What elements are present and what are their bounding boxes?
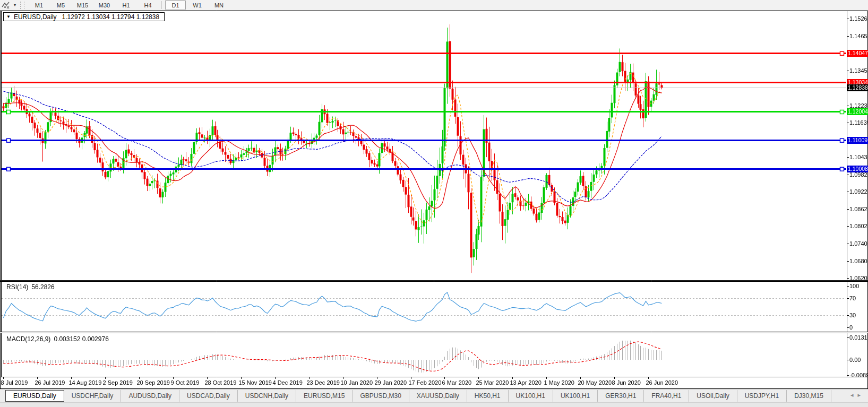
date-axis-label: 26 Jun 2020	[646, 379, 678, 386]
timeframe-button-m30[interactable]: M30	[94, 0, 115, 10]
timeframe-button-mn[interactable]: MN	[209, 0, 229, 10]
price-axis-label: 1.10435	[849, 154, 868, 160]
date-axis-label: 29 Jan 2020	[375, 379, 407, 386]
timeframe-group-divider	[161, 1, 162, 9]
chart-tab-ger30-h1[interactable]: GER30,H1	[598, 390, 644, 402]
toolbar-grip[interactable]	[20, 2, 25, 9]
chart-cursor-icon[interactable]	[0, 1, 12, 10]
timeframe-button-d1[interactable]: D1	[165, 0, 186, 10]
macd-pane-header: MACD(12,26,9)0.003152 0.002976	[6, 335, 112, 343]
date-axis-label: 4 Dec 2019	[273, 379, 303, 386]
macd-axis-label: -0.00893	[849, 372, 868, 378]
chart-tab-eurusd-m15[interactable]: EURUSD,M15	[296, 390, 353, 402]
chart-tab-usdchf-daily[interactable]: USDCHF,Daily	[64, 390, 122, 402]
tab-scroll-right-icon[interactable]: ▸	[857, 392, 865, 398]
price-badge: 1.12838	[847, 84, 868, 91]
chart-symbol-title: EURUSD,Daily	[14, 13, 57, 21]
collapse-triangle-icon[interactable]: ▼	[6, 14, 11, 19]
price-axis-label: 1.09220	[849, 188, 868, 195]
date-axis-label: 6 Mar 2020	[442, 379, 472, 386]
price-axis-label: 1.11635	[849, 119, 868, 126]
timeframe-button-h1[interactable]: H1	[116, 0, 136, 10]
chart-tab-usdjpy-h1[interactable]: USDJPY,H1	[737, 390, 787, 402]
price-chart-canvas[interactable]	[0, 11, 868, 389]
price-axis-label: 1.15265	[849, 15, 868, 22]
mt4-terminal: { "toolbar": { "cursor_tool_icon": "char…	[0, 0, 868, 407]
chart-tab-usoil-daily[interactable]: USOil,Daily	[689, 390, 737, 402]
chart-tab-fra40-h1[interactable]: FRA40,H1	[644, 390, 689, 402]
macd-pane-value: 0.003152 0.002976	[54, 335, 108, 343]
price-axis-label: 1.12235	[849, 102, 868, 109]
date-axis-label: 20 Sep 2019	[137, 379, 170, 386]
rsi-pane-label: RSI(14)	[6, 283, 28, 291]
date-axis-label: 28 Oct 2019	[205, 379, 237, 386]
date-axis-label: 14 Aug 2019	[69, 379, 102, 386]
tab-scroll-left-icon[interactable]: ◂	[850, 392, 858, 398]
chart-tab-usdcnh-daily[interactable]: USDCNH,Daily	[238, 390, 296, 402]
price-axis-label: 1.06805	[849, 258, 868, 264]
cursor-dropdown-caret-icon[interactable]: ▾	[12, 3, 18, 7]
chart-tabs: EURUSD,DailyUSDCHF,DailyAUDUSD,DailyUSDC…	[5, 390, 831, 402]
chart-tab-dj30-m15[interactable]: DJ30,M15	[787, 390, 831, 402]
date-axis-label: 23 Dec 2019	[307, 379, 340, 386]
timeframe-button-h4[interactable]: H4	[137, 0, 158, 10]
chart-window: ▼ EURUSD,Daily 1.12972 1.13034 1.12794 1…	[0, 11, 868, 389]
chart-tab-usdcad-daily[interactable]: USDCAD,Daily	[179, 390, 238, 402]
date-axis-label: 10 Jan 2020	[341, 379, 373, 386]
rsi-axis-label: 0	[849, 324, 853, 331]
chart-tab-xauusd-daily[interactable]: XAUUSD,Daily	[409, 390, 467, 402]
price-badge: 1.14047	[847, 50, 868, 57]
rsi-axis-label: 30	[849, 312, 856, 318]
timeframe-button-w1[interactable]: W1	[187, 0, 208, 10]
price-axis-label: 1.06205	[849, 275, 868, 281]
date-axis-label: 8 Jun 2020	[612, 379, 641, 386]
date-axis-label: 20 May 2020	[578, 379, 612, 386]
price-axis-label: 1.08620	[849, 206, 868, 212]
timeframe-button-group: M1M5M15M30H1H4D1W1MN	[28, 0, 230, 10]
macd-pane-label: MACD(12,26,9)	[6, 335, 50, 343]
date-axis-label: 2 Sep 2019	[103, 379, 133, 386]
macd-axis-label: 0.01312	[849, 334, 868, 341]
tab-scroll-arrows: ◂▸	[850, 392, 865, 399]
chart-tab-uk100-h1[interactable]: UK100,H1	[509, 390, 553, 402]
chart-tab-hk50-h1[interactable]: HK50,H1	[467, 390, 509, 402]
date-axis-label: 25 Mar 2020	[476, 379, 509, 386]
rsi-axis-label: 70	[849, 295, 856, 301]
chart-title-box: ▼ EURUSD,Daily 1.12972 1.13034 1.12794 1…	[3, 12, 165, 21]
timeframe-button-m15[interactable]: M15	[72, 0, 93, 10]
chart-tab-uk100-h1[interactable]: UK100,H1	[553, 390, 598, 402]
price-axis-label: 1.14650	[849, 33, 868, 39]
price-badge: 1.12004	[847, 108, 868, 115]
macd-axis-label: 0.00	[849, 357, 861, 363]
rsi-axis-label: 100	[849, 283, 859, 289]
price-axis-label: 1.07405	[849, 240, 868, 247]
tab-strip-bottom	[0, 402, 868, 407]
price-axis-label: 1.13450	[849, 67, 868, 74]
price-axis-label: 1.08020	[849, 223, 868, 229]
top-toolbar: ▾ M1M5M15M30H1H4D1W1MN	[0, 0, 868, 11]
chart-tab-eurusd-daily[interactable]: EURUSD,Daily	[5, 390, 64, 402]
date-axis-label: 13 Apr 2020	[510, 379, 542, 386]
rsi-pane-header: RSI(14)56.2826	[6, 283, 58, 291]
timeframe-button-m5[interactable]: M5	[50, 0, 71, 10]
date-axis-label: 1 May 2020	[544, 379, 574, 386]
chart-ohlc-values: 1.12972 1.13034 1.12794 1.12838	[62, 13, 160, 21]
rsi-pane-value: 56.2826	[31, 283, 54, 291]
price-badge: 1.11009	[847, 137, 868, 144]
chart-tab-audusd-daily[interactable]: AUDUSD,Daily	[121, 390, 179, 402]
date-axis-label: 15 Nov 2019	[239, 379, 272, 386]
chart-tab-bar: EURUSD,DailyUSDCHF,DailyAUDUSD,DailyUSDC…	[0, 389, 868, 407]
date-axis-label: 9 Oct 2019	[171, 379, 200, 386]
chart-tab-gbpusd-m30[interactable]: GBPUSD,M30	[353, 390, 409, 402]
timeframe-button-m1[interactable]: M1	[29, 0, 49, 10]
price-badge: 1.10008	[847, 166, 868, 172]
date-axis-label: 17 Feb 2020	[409, 379, 442, 386]
date-axis-label: 26 Jul 2019	[35, 379, 65, 386]
date-axis-label: 8 Jul 2019	[1, 379, 28, 386]
